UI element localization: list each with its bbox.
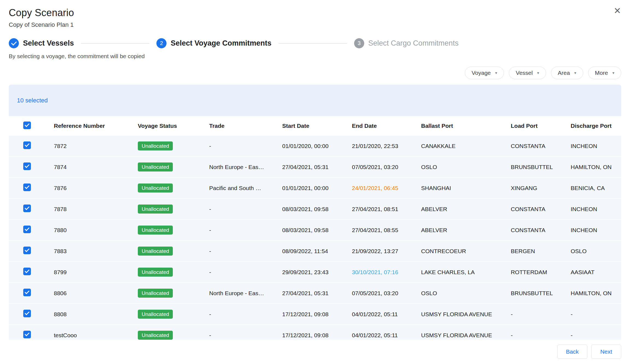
reference-number-cell: 7880 — [54, 227, 138, 233]
load-port-cell: CONSTANTA — [511, 206, 571, 212]
stepper: Select Vessels 2 Select Voyage Commitmen… — [0, 38, 630, 48]
table-row[interactable]: 8799 Unallocated - 29/09/2021, 23:43 30/… — [9, 262, 621, 283]
status-badge: Unallocated — [138, 162, 173, 171]
ballast-port-cell: USMSY FLORIDA AVENUE — [421, 311, 511, 318]
row-checkbox[interactable] — [23, 226, 31, 233]
reference-number-cell: 8806 — [54, 290, 138, 297]
ballast-port-cell: USMSY FLORIDA AVENUE — [421, 332, 511, 339]
start-date-cell: 27/04/2021, 05:31 — [282, 290, 352, 297]
step-select-voyage-commitments[interactable]: 2 Select Voyage Commitments — [156, 38, 272, 48]
trade-cell: - — [209, 269, 282, 276]
next-button[interactable]: Next — [591, 345, 621, 359]
select-all-checkbox[interactable] — [23, 122, 31, 129]
area-filter-button[interactable]: Area ▾ — [551, 67, 583, 79]
table-row[interactable]: 8808 Unallocated - 17/12/2021, 09:08 04/… — [9, 304, 621, 325]
table-row[interactable]: 7876 Unallocated Pacific and South … 01/… — [9, 178, 621, 199]
reference-number-cell: 8808 — [54, 311, 138, 318]
ballast-port-cell: CONTRECOEUR — [421, 248, 511, 254]
chevron-down-icon: ▾ — [495, 70, 497, 75]
table-row[interactable]: 7880 Unallocated - 08/03/2021, 09:58 27/… — [9, 220, 621, 241]
stepper-connector — [81, 43, 149, 44]
more-filter-button[interactable]: More ▾ — [588, 67, 621, 79]
ballast-port-cell: SHANGHAI — [421, 185, 511, 191]
row-checkbox[interactable] — [23, 289, 31, 296]
back-button[interactable]: Back — [557, 345, 587, 359]
table-row[interactable]: 8806 Unallocated North Europe - Eas… 27/… — [9, 283, 621, 304]
row-checkbox[interactable] — [23, 331, 31, 338]
discharge-port-cell: OSLO — [571, 248, 621, 254]
load-port-cell: - — [511, 332, 571, 339]
start-date-cell: 08/09/2022, 11:54 — [282, 248, 352, 254]
row-checkbox[interactable] — [23, 247, 31, 254]
column-header-voyage-status: Voyage Status — [138, 123, 209, 129]
discharge-port-cell: AASIAAT — [571, 269, 621, 276]
table-row[interactable]: 7878 Unallocated - 08/03/2021, 09:58 27/… — [9, 199, 621, 220]
discharge-port-cell: BENICIA, CA — [571, 185, 621, 191]
table-row[interactable]: 7883 Unallocated - 08/09/2022, 11:54 21/… — [9, 241, 621, 262]
voyage-filter-button[interactable]: Voyage ▾ — [465, 67, 504, 79]
footer-actions: Back Next — [0, 340, 630, 359]
end-date-cell: 27/04/2021, 08:51 — [352, 206, 421, 212]
trade-cell: - — [209, 143, 282, 149]
trade-cell: - — [209, 311, 282, 318]
vessel-filter-button[interactable]: Vessel ▾ — [509, 67, 546, 79]
column-header-load-port: Load Port — [511, 123, 571, 129]
row-checkbox[interactable] — [23, 310, 31, 317]
table-header-row: Reference Number Voyage Status Trade Sta… — [9, 116, 621, 136]
helper-text: By selecting a voyage, the commitment wi… — [0, 53, 630, 60]
check-icon — [9, 38, 19, 48]
ballast-port-cell: OSLO — [421, 164, 511, 170]
step-number-badge: 3 — [354, 38, 364, 48]
status-badge: Unallocated — [138, 205, 173, 214]
close-icon[interactable]: × — [614, 5, 621, 16]
step-select-cargo-commitments[interactable]: 3 Select Cargo Commitments — [354, 38, 459, 48]
row-checkbox[interactable] — [23, 205, 31, 212]
start-date-cell: 17/12/2021, 09:08 — [282, 332, 352, 339]
load-port-cell: XINGANG — [511, 185, 571, 191]
row-checkbox[interactable] — [23, 268, 31, 275]
status-badge: Unallocated — [138, 310, 173, 319]
reference-number-cell: 7878 — [54, 206, 138, 212]
discharge-port-cell: - — [571, 332, 621, 339]
column-header-trade: Trade — [209, 123, 282, 129]
column-header-start-date: Start Date — [282, 123, 352, 129]
discharge-port-cell: INCHEON — [571, 143, 621, 149]
load-port-cell: CONSTANTA — [511, 143, 571, 149]
reference-number-cell: 7883 — [54, 248, 138, 254]
start-date-cell: 08/03/2021, 09:58 — [282, 227, 352, 233]
reference-number-cell: 7872 — [54, 143, 138, 149]
step-label: Select Vessels — [23, 39, 74, 48]
row-checkbox[interactable] — [23, 184, 31, 191]
start-date-cell: 29/09/2021, 23:43 — [282, 269, 352, 276]
trade-cell: - — [209, 332, 282, 339]
load-port-cell: ROTTERDAM — [511, 269, 571, 276]
ballast-port-cell: ABELVER — [421, 227, 511, 233]
step-label: Select Voyage Commitments — [171, 39, 272, 48]
discharge-port-cell: - — [571, 311, 621, 318]
table-body: 7872 Unallocated - 01/01/2020, 00:00 21/… — [9, 136, 621, 340]
start-date-cell: 27/04/2021, 05:31 — [282, 164, 352, 170]
start-date-cell: 17/12/2021, 09:08 — [282, 311, 352, 318]
row-checkbox[interactable] — [23, 162, 31, 170]
ballast-port-cell: ABELVER — [421, 206, 511, 212]
start-date-cell: 08/03/2021, 09:58 — [282, 206, 352, 212]
table-row[interactable]: 7872 Unallocated - 01/01/2020, 00:00 21/… — [9, 136, 621, 157]
column-header-reference-number: Reference Number — [54, 123, 138, 129]
filter-label: More — [595, 70, 608, 76]
trade-cell: - — [209, 248, 282, 254]
end-date-cell: 24/01/2021, 06:45 — [352, 185, 421, 191]
trade-cell: - — [209, 206, 282, 212]
step-select-vessels[interactable]: Select Vessels — [9, 38, 74, 48]
stepper-connector — [279, 43, 347, 44]
trade-cell: - — [209, 227, 282, 233]
row-checkbox[interactable] — [23, 141, 31, 149]
status-badge: Unallocated — [138, 226, 173, 235]
filter-label: Area — [558, 70, 570, 76]
column-header-ballast-port: Ballast Port — [421, 123, 511, 129]
load-port-cell: CONSTANTA — [511, 227, 571, 233]
table-row[interactable]: testCooo Unallocated - 17/12/2021, 09:08… — [9, 325, 621, 340]
end-date-cell: 04/01/2022, 05:11 — [352, 332, 421, 339]
load-port-cell: BRUNSBUTTEL — [511, 290, 571, 297]
table-row[interactable]: 7874 Unallocated North Europe - Eas… 27/… — [9, 157, 621, 178]
status-badge: Unallocated — [138, 289, 173, 298]
